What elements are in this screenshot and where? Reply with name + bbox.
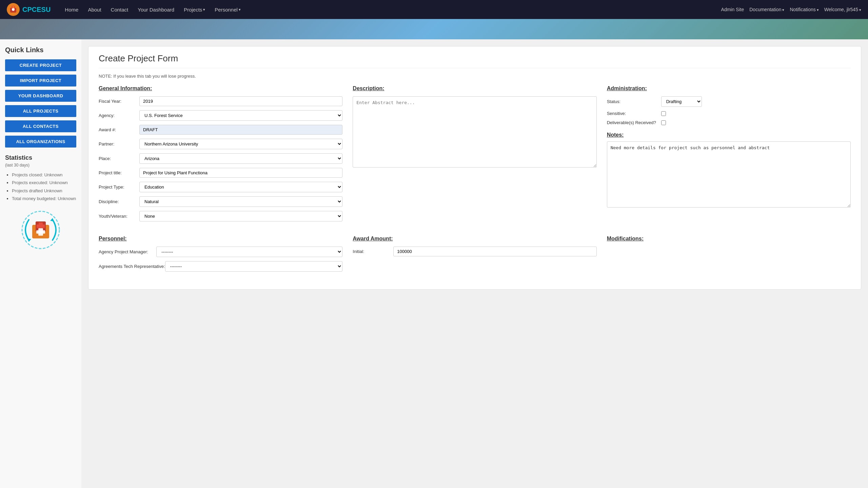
agency-group: Agency: U.S. Forest Service [99, 110, 342, 121]
modifications-column: Modifications: [607, 236, 851, 276]
brand-logo[interactable]: CPCESU [7, 3, 51, 16]
nav-about[interactable]: About [84, 4, 105, 15]
place-group: Place: Arizona [99, 153, 342, 164]
status-row: Status: Drafting Active Closed [607, 96, 851, 107]
agency-label: Agency: [99, 113, 139, 118]
nav-contact[interactable]: Contact [107, 4, 133, 15]
nav-welcome[interactable]: Welcome, jlr545 [824, 7, 861, 12]
partner-select[interactable]: Northern Arizona University [139, 139, 342, 149]
general-info-column: General Information: Fiscal Year: Agency… [99, 85, 342, 226]
nav-notifications[interactable]: Notifications [790, 7, 818, 12]
fiscal-year-group: Fiscal Year: [99, 96, 342, 106]
svg-rect-11 [37, 225, 45, 228]
sensitive-label: Sensitive: [607, 111, 661, 116]
stat-budget: Total money budgeted: Unknown [12, 195, 76, 202]
status-select[interactable]: Drafting Active Closed [661, 96, 702, 107]
stat-closed: Projects closed: Unknown [12, 171, 76, 179]
form-card: Create Project Form NOTE: If you leave t… [88, 46, 861, 290]
all-organizations-button[interactable]: ALL ORGANIZATIONS [5, 136, 76, 148]
svg-rect-4 [13, 6, 14, 8]
fiscal-year-label: Fiscal Year: [99, 99, 139, 104]
sensitive-checkbox[interactable] [661, 111, 666, 116]
notes-textarea[interactable]: Need more details for project such as pe… [607, 141, 851, 208]
general-info-title: General Information: [99, 85, 342, 92]
stat-executed: Projects executed: Unknown [12, 179, 76, 187]
deliverables-label: Deliverable(s) Received? [607, 120, 661, 125]
place-select[interactable]: Arizona [139, 153, 342, 164]
navbar: CPCESU Home About Contact Your Dashboard… [0, 0, 868, 19]
project-type-group: Project Type: Education [99, 182, 342, 192]
project-title-input[interactable] [139, 168, 342, 178]
agreements-tech-label: Agreements Tech Representative: [99, 264, 165, 269]
sidebar: Quick Links CREATE PROJECT IMPORT PROJEC… [0, 39, 81, 488]
project-title-group: Project title: [99, 168, 342, 178]
modifications-title: Modifications: [607, 236, 851, 242]
form-note: NOTE: If you leave this tab you will los… [99, 74, 851, 79]
nav-personnel[interactable]: Personnel [211, 4, 245, 15]
personnel-column: Personnel: Agency Project Manager: -----… [99, 236, 342, 276]
status-label: Status: [607, 99, 661, 104]
administration-column: Administration: Status: Drafting Active … [607, 85, 851, 226]
stat-drafted: Projects drafted Unknown [12, 187, 76, 195]
import-project-button[interactable]: IMPORT PROJECT [5, 75, 76, 86]
place-label: Place: [99, 156, 139, 161]
personnel-title: Personnel: [99, 236, 342, 242]
your-dashboard-button[interactable]: YOUR DASHBOARD [5, 90, 76, 102]
agreements-tech-select[interactable]: -------- [165, 261, 343, 272]
nav-dashboard[interactable]: Your Dashboard [134, 4, 178, 15]
nav-home[interactable]: Home [61, 4, 82, 15]
svg-marker-7 [27, 238, 31, 242]
description-title: Description: [353, 85, 596, 92]
nav-admin-site[interactable]: Admin Site [721, 7, 744, 12]
hero-banner [0, 19, 868, 39]
sidebar-logo-container [5, 210, 76, 250]
youth-veteran-select[interactable]: None [139, 211, 342, 221]
discipline-select[interactable]: Natural [139, 196, 342, 207]
all-contacts-button[interactable]: ALL CONTACTS [5, 120, 76, 132]
form-title: Create Project Form [99, 53, 851, 68]
create-project-button[interactable]: CREATE PROJECT [5, 59, 76, 71]
cpcesu-logo-icon [20, 210, 61, 250]
description-textarea[interactable] [353, 96, 596, 168]
nav-links: Home About Contact Your Dashboard Projec… [61, 4, 721, 15]
all-projects-button[interactable]: ALL PROJECTS [5, 105, 76, 117]
project-title-label: Project title: [99, 170, 139, 175]
sensitive-row: Sensitive: [607, 111, 851, 116]
initial-amount-group: Initial: [353, 247, 596, 256]
statistics-title: Statistics [5, 154, 76, 161]
award-num-group: Award #: [99, 125, 342, 135]
fiscal-year-input[interactable] [139, 96, 342, 106]
discipline-group: Discipline: Natural [99, 196, 342, 207]
initial-amount-input[interactable] [393, 247, 596, 256]
form-columns: General Information: Fiscal Year: Agency… [99, 85, 851, 226]
nav-projects[interactable]: Projects [180, 4, 209, 15]
award-num-input[interactable] [139, 125, 342, 135]
deliverables-row: Deliverable(s) Received? [607, 120, 851, 125]
agency-pm-group: Agency Project Manager: -------- [99, 247, 342, 257]
description-column: Description: [353, 85, 596, 226]
notes-title: Notes: [607, 132, 851, 138]
deliverables-checkbox[interactable] [661, 120, 666, 125]
nav-right: Admin Site Documentation Notifications W… [721, 7, 861, 12]
svg-point-3 [12, 8, 15, 11]
award-num-label: Award #: [99, 127, 139, 132]
main-container: Quick Links CREATE PROJECT IMPORT PROJEC… [0, 39, 868, 488]
agency-pm-label: Agency Project Manager: [99, 249, 156, 254]
agency-select[interactable]: U.S. Forest Service [139, 110, 342, 121]
quick-links-title: Quick Links [5, 46, 76, 54]
discipline-label: Discipline: [99, 199, 139, 204]
brand-logo-icon [7, 3, 20, 16]
initial-label: Initial: [353, 249, 393, 254]
award-amount-column: Award Amount: Initial: [353, 236, 596, 276]
project-type-select[interactable]: Education [139, 182, 342, 192]
content-area: Create Project Form NOTE: If you leave t… [81, 39, 868, 488]
nav-documentation[interactable]: Documentation [749, 7, 784, 12]
bottom-columns: Personnel: Agency Project Manager: -----… [99, 236, 851, 276]
partner-label: Partner: [99, 141, 139, 147]
statistics-list: Projects closed: Unknown Projects execut… [5, 171, 76, 203]
award-amount-title: Award Amount: [353, 236, 596, 242]
partner-group: Partner: Northern Arizona University [99, 139, 342, 149]
project-type-label: Project Type: [99, 184, 139, 190]
agency-pm-select[interactable]: -------- [156, 247, 342, 257]
agreements-tech-group: Agreements Tech Representative: -------- [99, 261, 342, 272]
